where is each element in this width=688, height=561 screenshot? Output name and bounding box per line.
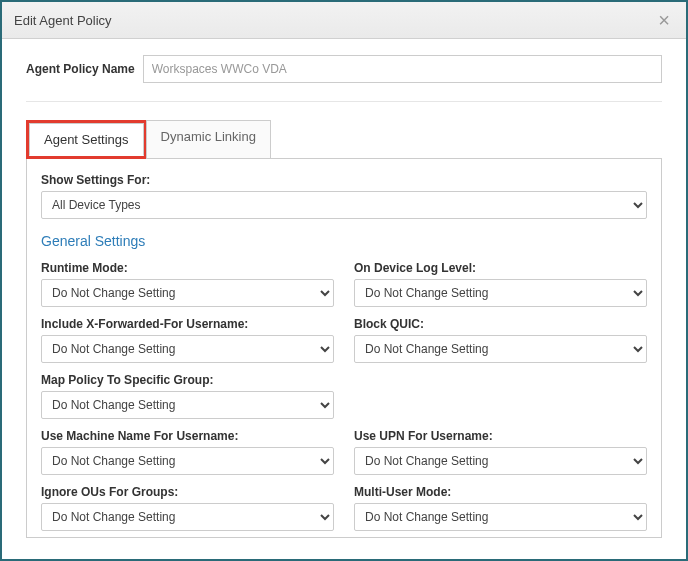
tabs: Agent Settings Dynamic Linking — [26, 120, 662, 159]
map-policy-group-select[interactable]: Do Not Change Setting — [41, 391, 334, 419]
empty-cell — [354, 373, 647, 419]
show-settings-for-label: Show Settings For: — [41, 173, 647, 187]
policy-name-row: Agent Policy Name — [26, 55, 662, 83]
multi-user-mode-select[interactable]: Do Not Change Setting — [354, 503, 647, 531]
runtime-mode-label: Runtime Mode: — [41, 261, 334, 275]
ignore-ous-select[interactable]: Do Not Change Setting — [41, 503, 334, 531]
tab-highlight: Agent Settings — [26, 120, 146, 159]
include-xff-select[interactable]: Do Not Change Setting — [41, 335, 334, 363]
dialog-title: Edit Agent Policy — [14, 13, 112, 28]
runtime-mode-select[interactable]: Do Not Change Setting — [41, 279, 334, 307]
block-quic-cell: Block QUIC: Do Not Change Setting — [354, 317, 647, 363]
use-machine-name-cell: Use Machine Name For Username: Do Not Ch… — [41, 429, 334, 475]
show-settings-for-select[interactable]: All Device Types — [41, 191, 647, 219]
include-xff-cell: Include X-Forwarded-For Username: Do Not… — [41, 317, 334, 363]
multi-user-mode-label: Multi-User Mode: — [354, 485, 647, 499]
use-upn-label: Use UPN For Username: — [354, 429, 647, 443]
use-upn-cell: Use UPN For Username: Do Not Change Sett… — [354, 429, 647, 475]
use-machine-name-select[interactable]: Do Not Change Setting — [41, 447, 334, 475]
settings-grid: Runtime Mode: Do Not Change Setting On D… — [41, 261, 647, 538]
ignore-ous-cell: Ignore OUs For Groups: Do Not Change Set… — [41, 485, 334, 531]
map-policy-group-label: Map Policy To Specific Group: — [41, 373, 334, 387]
block-quic-label: Block QUIC: — [354, 317, 647, 331]
close-icon[interactable]: × — [654, 10, 674, 30]
agent-settings-panel: Show Settings For: All Device Types Gene… — [26, 158, 662, 538]
dialog-body: Agent Policy Name Agent Settings Dynamic… — [2, 39, 686, 559]
edit-agent-policy-dialog: Edit Agent Policy × Agent Policy Name Ag… — [0, 0, 688, 561]
multi-user-mode-cell: Multi-User Mode: Do Not Change Setting — [354, 485, 647, 531]
on-device-log-level-select[interactable]: Do Not Change Setting — [354, 279, 647, 307]
dialog-header: Edit Agent Policy × — [2, 2, 686, 39]
on-device-log-level-label: On Device Log Level: — [354, 261, 647, 275]
policy-name-label: Agent Policy Name — [26, 62, 135, 76]
block-quic-select[interactable]: Do Not Change Setting — [354, 335, 647, 363]
use-upn-select[interactable]: Do Not Change Setting — [354, 447, 647, 475]
map-policy-group-cell: Map Policy To Specific Group: Do Not Cha… — [41, 373, 334, 419]
general-settings-heading: General Settings — [41, 233, 647, 249]
runtime-mode-cell: Runtime Mode: Do Not Change Setting — [41, 261, 334, 307]
show-settings-for-row: Show Settings For: All Device Types — [41, 173, 647, 219]
tab-agent-settings[interactable]: Agent Settings — [29, 123, 144, 156]
use-machine-name-label: Use Machine Name For Username: — [41, 429, 334, 443]
include-xff-label: Include X-Forwarded-For Username: — [41, 317, 334, 331]
ignore-ous-label: Ignore OUs For Groups: — [41, 485, 334, 499]
divider — [26, 101, 662, 102]
on-device-log-level-cell: On Device Log Level: Do Not Change Setti… — [354, 261, 647, 307]
tab-dynamic-linking[interactable]: Dynamic Linking — [146, 120, 271, 159]
policy-name-input[interactable] — [143, 55, 662, 83]
